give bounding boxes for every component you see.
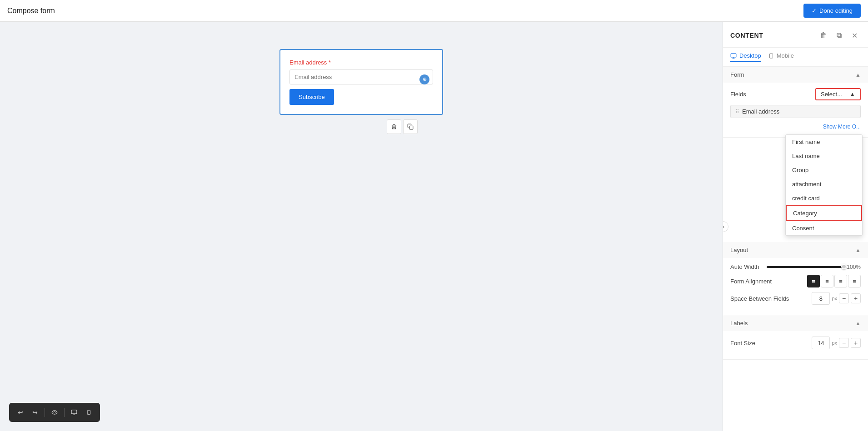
desktop-view-button[interactable] xyxy=(67,406,81,419)
align-center-left-button[interactable]: ≡ xyxy=(821,275,833,287)
svg-point-4 xyxy=(54,411,55,413)
required-star: * xyxy=(327,59,331,66)
done-check-icon: ✓ xyxy=(812,7,817,14)
tab-mobile[interactable]: Mobile xyxy=(768,52,794,62)
space-between-input-wrap: px − + xyxy=(812,292,861,305)
svg-rect-5 xyxy=(71,410,77,414)
widget-toolbar xyxy=(387,119,418,134)
right-panel: » CONTENT 🗑 ⧉ ✕ Desktop Mobile Form xyxy=(723,22,868,431)
device-tabs: Desktop Mobile xyxy=(723,48,868,67)
space-decrease-button[interactable]: − xyxy=(839,293,849,303)
form-alignment-row: Form Alignment ≡ ≡ ≡ ≡ xyxy=(730,275,861,287)
dropdown-item-category[interactable]: Category xyxy=(786,205,862,221)
bottom-toolbar: ↩ ↪ xyxy=(9,403,100,422)
alignment-buttons: ≡ ≡ ≡ ≡ xyxy=(807,275,861,287)
space-unit: px xyxy=(832,296,837,301)
labels-section-header[interactable]: Labels ▲ xyxy=(723,315,868,331)
slider-value: 100% xyxy=(847,264,861,270)
widget-delete-button[interactable] xyxy=(387,119,401,134)
font-size-row: Font Size px − + xyxy=(730,337,861,349)
form-alignment-label: Form Alignment xyxy=(730,278,772,285)
dropdown-item-attachment[interactable]: attachment xyxy=(786,177,862,191)
fields-label: Fields xyxy=(730,91,746,98)
move-icon: ⊕ xyxy=(419,74,429,84)
fields-select[interactable]: Select... ▲ xyxy=(815,88,861,100)
email-input[interactable] xyxy=(289,69,433,84)
dropdown-item-creditcard[interactable]: credit card xyxy=(786,191,862,205)
align-center-right-button[interactable]: ≡ xyxy=(834,275,847,287)
select-chevron-icon: ▲ xyxy=(849,91,855,98)
show-more-link[interactable]: Show More O... xyxy=(730,122,861,132)
undo-button[interactable]: ↩ xyxy=(14,406,27,419)
field-tag-email: ⠿ Email address xyxy=(730,105,861,118)
mobile-view-button[interactable] xyxy=(82,406,95,419)
layout-section-content: Auto Width 100% Form Alignment ≡ ≡ xyxy=(723,258,868,315)
panel-delete-button[interactable]: 🗑 xyxy=(817,29,830,42)
done-editing-button[interactable]: ✓ Done editing xyxy=(803,4,861,18)
desktop-icon xyxy=(730,53,737,59)
font-size-label: Font Size xyxy=(730,340,755,347)
layout-section-chevron: ▲ xyxy=(855,247,861,253)
form-section-content: Fields Select... ▲ ⠿ Email address Show … xyxy=(723,83,868,137)
form-section: Form ▲ Fields Select... ▲ ⠿ Email addres… xyxy=(723,67,868,138)
dropdown-item-lastname[interactable]: Last name xyxy=(786,149,862,163)
tab-desktop[interactable]: Desktop xyxy=(730,52,761,62)
font-size-unit: px xyxy=(832,340,837,346)
labels-section-content: Font Size px − + xyxy=(723,331,868,359)
space-increase-button[interactable]: + xyxy=(851,293,861,303)
canvas-area: Email address * ⊕ Subscribe xyxy=(0,22,723,431)
panel-title: CONTENT xyxy=(730,32,763,39)
redo-button[interactable]: ↪ xyxy=(28,406,42,419)
toolbar-separator-1 xyxy=(45,408,45,417)
auto-width-label: Auto Width xyxy=(730,263,759,270)
space-between-input[interactable] xyxy=(812,292,830,305)
subscribe-button[interactable]: Subscribe xyxy=(289,89,334,105)
mobile-icon xyxy=(768,53,774,59)
form-widget: Email address * ⊕ Subscribe xyxy=(279,49,443,115)
slider-fill xyxy=(767,266,844,268)
topbar: Compose form ✓ Done editing xyxy=(0,0,868,22)
slider-thumb[interactable] xyxy=(841,264,847,269)
font-size-input-wrap: px − + xyxy=(812,337,861,349)
email-field-label: Email address * xyxy=(289,59,433,66)
toolbar-separator-2 xyxy=(64,408,65,417)
svg-rect-6 xyxy=(87,410,90,414)
labels-section: Labels ▲ Font Size px − + xyxy=(723,315,868,360)
svg-rect-0 xyxy=(409,126,413,129)
widget-copy-button[interactable] xyxy=(403,119,418,134)
preview-button[interactable] xyxy=(48,406,61,419)
auto-width-slider-wrap: 100% xyxy=(767,264,861,270)
email-input-wrap: ⊕ xyxy=(289,69,433,89)
layout-section: Layout ▲ Auto Width 100% xyxy=(723,242,868,315)
align-right-button[interactable]: ≡ xyxy=(848,275,861,287)
font-size-input[interactable] xyxy=(812,337,830,349)
main-layout: Email address * ⊕ Subscribe » CONTENT xyxy=(0,22,868,431)
panel-header-actions: 🗑 ⧉ ✕ xyxy=(817,29,861,42)
layout-section-header[interactable]: Layout ▲ xyxy=(723,242,868,258)
font-size-decrease-button[interactable]: − xyxy=(839,338,849,348)
dropdown-item-consent[interactable]: Consent xyxy=(786,221,862,235)
font-size-increase-button[interactable]: + xyxy=(851,338,861,348)
form-section-header[interactable]: Form ▲ xyxy=(723,67,868,83)
form-section-chevron: ▲ xyxy=(855,72,861,78)
dropdown-item-group[interactable]: Group xyxy=(786,163,862,177)
page-title: Compose form xyxy=(7,7,55,15)
auto-width-row: Auto Width 100% xyxy=(730,263,861,270)
space-between-label: Space Between Fields xyxy=(730,295,789,302)
panel-header: CONTENT 🗑 ⧉ ✕ xyxy=(723,22,868,48)
labels-section-chevron: ▲ xyxy=(855,320,861,327)
grip-icon: ⠿ xyxy=(735,109,739,115)
svg-rect-1 xyxy=(731,53,736,57)
fields-dropdown: First name Last name Group attachment cr… xyxy=(785,134,863,236)
fields-row: Fields Select... ▲ xyxy=(730,88,861,100)
align-left-button[interactable]: ≡ xyxy=(807,275,820,287)
svg-rect-2 xyxy=(769,54,773,58)
auto-width-slider[interactable] xyxy=(767,266,844,268)
dropdown-item-firstname[interactable]: First name xyxy=(786,135,862,149)
panel-close-button[interactable]: ✕ xyxy=(848,29,861,42)
space-between-row: Space Between Fields px − + xyxy=(730,292,861,305)
panel-copy-button[interactable]: ⧉ xyxy=(833,29,845,42)
